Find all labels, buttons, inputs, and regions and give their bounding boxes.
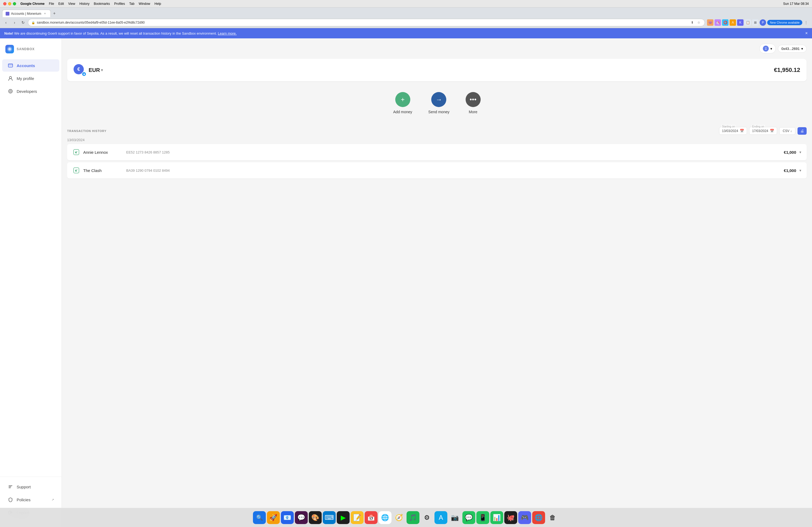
share-icon[interactable]: ⬆ xyxy=(690,20,695,25)
back-button[interactable]: ‹ xyxy=(2,19,10,26)
tx-expand-icon[interactable]: ▾ xyxy=(799,150,801,154)
print-icon: 🖨 xyxy=(800,129,804,133)
sidebar-item-developers[interactable]: Developers xyxy=(2,85,59,97)
menu-profiles[interactable]: Profiles xyxy=(114,2,125,6)
sidebar-item-policies[interactable]: Policies ↗ xyxy=(2,494,59,506)
forward-button[interactable]: › xyxy=(11,19,18,26)
new-chrome-button[interactable]: New Chrome available xyxy=(767,20,802,25)
ext-3[interactable]: ⭕ xyxy=(722,19,728,26)
ext-1[interactable]: 👾 xyxy=(707,19,713,26)
dock-notes[interactable]: 📝 xyxy=(351,511,364,524)
ext-2[interactable]: 🦄 xyxy=(714,19,721,26)
mac-clock: Sun 17 Mar 08:34 xyxy=(783,2,809,6)
dock-chrome[interactable]: 🌐 xyxy=(379,511,392,524)
table-row[interactable]: The Clash BA39 1290 0794 0102 8494 €1,00… xyxy=(67,162,807,178)
send-money-button[interactable]: → Send money xyxy=(428,92,450,114)
menu-edit[interactable]: Edit xyxy=(58,2,64,6)
start-calendar-icon: 📅 xyxy=(740,129,744,133)
dock-slack[interactable]: 💬 xyxy=(295,511,308,524)
dock-photos[interactable]: 📷 xyxy=(448,511,461,524)
menu-view[interactable]: View xyxy=(68,2,75,6)
ext-5[interactable]: K xyxy=(737,19,743,26)
dock-whatsapp[interactable]: 📱 xyxy=(476,511,489,524)
dock-music[interactable]: 🎵 xyxy=(407,511,419,524)
dock-numbers[interactable]: 📊 xyxy=(490,511,503,524)
tx-sender-name: Annie Lennox xyxy=(83,150,126,154)
ext-6[interactable]: 📋 xyxy=(744,19,751,26)
support-icon xyxy=(8,484,13,490)
dock-discord[interactable]: 🎮 xyxy=(518,511,531,524)
menu-file[interactable]: File xyxy=(49,2,54,6)
more-button[interactable]: ••• More xyxy=(466,92,481,114)
menu-window[interactable]: Window xyxy=(139,2,150,6)
dock-chrome2[interactable]: 🌐 xyxy=(532,511,545,524)
dock-messages[interactable]: 💬 xyxy=(462,511,475,524)
dock-calendar[interactable]: 📅 xyxy=(365,511,378,524)
sidebar-item-my-profile[interactable]: My profile xyxy=(2,72,59,85)
banner-learn-more-link[interactable]: Learn more. xyxy=(218,31,236,35)
mac-titlebar: Google Chrome File Edit View History Boo… xyxy=(0,0,812,7)
menu-bookmarks[interactable]: Bookmarks xyxy=(94,2,110,6)
sidebar-toggle[interactable]: ⊞ xyxy=(752,19,758,26)
dock-safari[interactable]: 🧭 xyxy=(393,511,405,524)
menu-history[interactable]: History xyxy=(79,2,89,6)
dock-settings[interactable]: ⚙ xyxy=(420,511,433,524)
svg-point-5 xyxy=(9,89,12,93)
dock-mail[interactable]: 📧 xyxy=(281,511,294,524)
currency-selector[interactable]: EUR ▾ xyxy=(89,67,103,73)
add-money-button[interactable]: + Add money xyxy=(393,92,412,114)
wallet-selector[interactable]: 0x43...2691 ▾ xyxy=(778,45,807,52)
profile-icon[interactable]: P xyxy=(760,19,766,26)
close-button[interactable] xyxy=(3,2,6,5)
bookmark-icon[interactable]: ☆ xyxy=(696,20,701,25)
main-header: Ξ ▾ 0x43...2691 ▾ xyxy=(67,44,807,54)
banner-close-button[interactable]: × xyxy=(805,31,808,36)
ending-on-value: 17/03/2024 xyxy=(752,129,768,133)
fullscreen-button[interactable] xyxy=(13,2,16,5)
currency-chevron-icon: ▾ xyxy=(101,68,103,72)
add-money-label: Add money xyxy=(393,110,412,114)
network-selector[interactable]: Ξ ▾ xyxy=(759,44,776,54)
tx-amount: €1,000 xyxy=(784,150,796,154)
sidebar-item-support[interactable]: Support xyxy=(2,481,59,493)
tx-date-group: 13/03/2024 xyxy=(67,138,807,142)
menu-tab[interactable]: Tab xyxy=(129,2,134,6)
dock-appstore[interactable]: A xyxy=(434,511,447,524)
ext-4[interactable]: A xyxy=(729,19,736,26)
address-bar[interactable]: 🔒 sandbox.monerium.dev/accounts/05ed4af9… xyxy=(28,19,705,26)
minimize-button[interactable] xyxy=(8,2,11,5)
svg-point-6 xyxy=(10,90,11,92)
browser-tab-active[interactable]: Accounts | Monerium × xyxy=(2,10,51,17)
dock-figma[interactable]: 🎨 xyxy=(309,511,322,524)
sidebar-logo: SANDBOX xyxy=(0,43,61,59)
tab-close-button[interactable]: × xyxy=(43,12,47,16)
csv-download-button[interactable]: CSV ↓ xyxy=(779,127,795,135)
address-url: sandbox.monerium.dev/accounts/05ed4af9-e… xyxy=(37,21,688,25)
tx-expand-icon[interactable]: ▾ xyxy=(799,168,801,172)
dock-finder[interactable]: 🔍 xyxy=(253,511,266,524)
dock-launchpad[interactable]: 🚀 xyxy=(267,511,280,524)
banner-message: We are discontinuing Goerli support in f… xyxy=(14,31,217,35)
new-tab-button[interactable]: + xyxy=(51,10,58,17)
tx-amount: €1,000 xyxy=(784,168,796,173)
starting-on-filter[interactable]: Starting on 13/03/2024 📅 xyxy=(719,127,747,135)
dock-vscode[interactable]: ⌨ xyxy=(323,511,336,524)
dock-github[interactable]: 🐙 xyxy=(504,511,517,524)
more-options-icon[interactable]: ⋮ xyxy=(803,20,809,25)
menu-help[interactable]: Help xyxy=(155,2,161,6)
dock-trash[interactable]: 🗑 xyxy=(546,511,559,524)
menu-app[interactable]: Google Chrome xyxy=(20,2,45,6)
my-profile-label: My profile xyxy=(17,76,34,81)
sidebar-item-accounts[interactable]: Accounts xyxy=(2,59,59,72)
wallet-address: 0x43...2691 xyxy=(781,47,800,51)
brand-logo-icon xyxy=(5,45,14,54)
refresh-button[interactable]: ↻ xyxy=(19,19,27,26)
tab-favicon-icon xyxy=(6,12,10,16)
lock-icon: 🔒 xyxy=(31,21,35,25)
dock-terminal[interactable]: ▶ xyxy=(337,511,350,524)
banner-note-prefix: Note! xyxy=(4,31,13,35)
print-button[interactable]: 🖨 xyxy=(798,127,807,135)
ending-on-filter[interactable]: Ending on 17/03/2024 📅 xyxy=(749,127,777,135)
sidebar: SANDBOX Accounts My p xyxy=(0,39,62,527)
table-row[interactable]: Annie Lennox EE52 1273 8426 8857 1285 €1… xyxy=(67,144,807,160)
